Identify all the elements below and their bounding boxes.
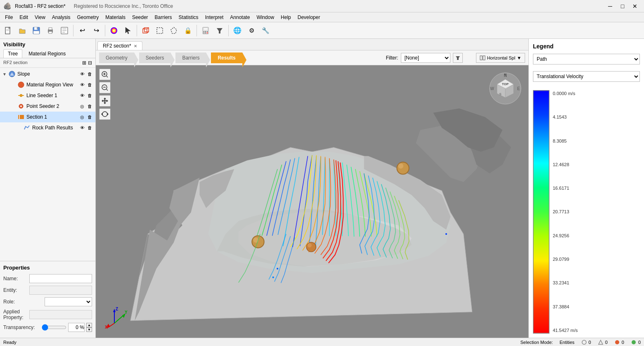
rock-path-visibility-btn[interactable]: 👁 [79,124,85,131]
line-seeder-delete-btn[interactable]: 🗑 [86,92,93,99]
material-region-delete-btn[interactable]: 🗑 [86,81,93,88]
menu-file[interactable]: File [2,12,16,22]
tree-item-point-seeder[interactable]: ▶ Point Seeder 2 ◎ 🗑 [0,101,95,112]
new-button[interactable] [2,24,15,37]
select-mode-button[interactable] [121,24,135,37]
tree-items: ▼ Slope 👁 🗑 ▶ Material Region View 👁 [0,68,95,165]
filter-options-btn[interactable] [453,53,463,63]
menu-view[interactable]: View [31,12,49,22]
gradient-label-8: 33.2341 [553,280,578,285]
filter-tool-button[interactable] [213,24,226,37]
viewport-tab-label: RF2 section* [103,43,131,49]
workflow-seeders[interactable]: Seeders [139,52,171,63]
role-select[interactable] [45,297,92,306]
svg-point-58 [306,242,316,252]
section1-delete-btn[interactable]: 🗑 [86,114,93,120]
transparency-up-btn[interactable]: ▲ [86,323,92,327]
menu-analysis[interactable]: Analysis [49,12,74,22]
menu-developer[interactable]: Developer [294,12,324,22]
undo-button[interactable]: ↩ [76,24,89,37]
horizontal-split-button[interactable]: Horizontal Spl ▼ [476,53,525,63]
menu-edit[interactable]: Edit [16,12,31,22]
workflow-barriers[interactable]: Barriers [175,52,206,63]
section1-visibility-btn[interactable]: ◎ [79,114,85,120]
properties-button[interactable] [58,24,71,37]
ready-label: Ready [3,340,17,345]
tree-item-material-region[interactable]: ▶ Material Region View 👁 🗑 [0,79,95,90]
point-seeder-visibility-btn[interactable]: ◎ [79,103,85,110]
viewport-tab-rf2[interactable]: RF2 section* ✕ [97,41,142,50]
tree-item-rock-path[interactable]: ▶ Rock Path Results 👁 🗑 [0,122,95,133]
color-button[interactable] [107,24,121,37]
calculator-button[interactable] [199,24,212,37]
menu-annotate[interactable]: Annotate [227,12,253,22]
menu-help[interactable]: Help [277,12,294,22]
tree-item-line-seeder[interactable]: ▶ Line Seeder 1 👁 🗑 [0,90,95,101]
tree-item-slope[interactable]: ▼ Slope 👁 🗑 [0,69,95,79]
filter-area: Filter: [None] Horizontal Spl ▼ [386,53,525,63]
menu-interpret[interactable]: Interpret [202,12,227,22]
visibility-tabs: Tree Material Regions [0,49,95,58]
line-seeder-visibility-btn[interactable]: 👁 [79,92,85,99]
zoom-out-button[interactable] [99,82,111,93]
gradient-label-10: 41.5427 m/s [553,328,578,333]
tab-tree[interactable]: Tree [3,49,22,58]
polygon-select-button[interactable] [167,24,180,37]
redo-button[interactable]: ↪ [90,24,103,37]
workflow-geometry[interactable]: Geometry [99,52,134,63]
3d-viewport[interactable]: N E W TOP S [96,65,528,338]
slope-expand-arrow[interactable]: ▼ [2,72,8,76]
gradient-container: 0.0000 m/s 4.1543 8.3085 12.4628 16.6171… [533,90,640,334]
filter-select[interactable]: [None] [401,53,450,63]
open-button[interactable] [16,24,29,37]
save-button[interactable] [30,24,43,37]
print-button[interactable] [44,24,57,37]
navigation-cube[interactable]: N E W TOP S [489,72,522,105]
tree-item-section1[interactable]: ▶ Section 1 ◎ 🗑 [0,112,95,122]
svg-rect-40 [18,115,24,119]
pan-button[interactable] [99,95,111,107]
globe-button[interactable]: 🌐 [231,24,244,37]
workflow-results[interactable]: Results [211,52,242,63]
3d-box-button[interactable] [139,24,152,37]
transparency-down-btn[interactable]: ▼ [86,327,92,332]
slope-delete-btn[interactable]: 🗑 [86,71,93,77]
box-select-button[interactable] [153,24,166,37]
menu-barriers[interactable]: Barriers [152,12,175,22]
menu-materials[interactable]: Materials [102,12,129,22]
menu-seeder[interactable]: Seeder [129,12,152,22]
rock-path-delete-btn[interactable]: 🗑 [86,124,93,131]
maximize-button[interactable]: □ [617,2,628,11]
entity-input[interactable] [29,286,92,295]
material-region-visibility-btn[interactable]: 👁 [79,81,85,88]
minimize-button[interactable]: ─ [604,2,616,11]
transparency-slider[interactable] [42,324,66,331]
wrench-button[interactable]: 🔧 [259,24,272,37]
svg-text:Z: Z [116,307,118,311]
expand-all-button[interactable]: ⊞ [82,60,86,66]
tab-material-regions[interactable]: Material Regions [24,49,70,58]
name-input[interactable] [29,274,92,283]
rotate-button[interactable] [99,108,111,120]
legend-value-select[interactable]: Translational Velocity Kinetic Energy An… [533,71,640,82]
menu-geometry[interactable]: Geometry [74,12,102,22]
svg-line-72 [107,89,108,91]
point-seeder-delete-btn[interactable]: 🗑 [86,103,93,110]
menu-statistics[interactable]: Statistics [175,12,202,22]
menu-window[interactable]: Window [253,12,277,22]
gear-button[interactable]: ⚙ [245,24,258,37]
zoom-in-button[interactable] [99,69,111,80]
lock-button[interactable]: 🔒 [181,24,194,37]
svg-rect-26 [204,28,208,30]
svg-line-90 [114,315,124,323]
svg-point-56 [397,162,409,174]
close-button[interactable]: ✕ [629,2,641,11]
legend-type-select[interactable]: Path Section [533,54,640,64]
svg-point-98 [615,340,619,344]
collapse-all-button[interactable]: ⊟ [88,60,92,66]
selection-mode-label: Selection Mode: [521,340,553,345]
slope-visibility-btn[interactable]: 👁 [79,71,85,77]
transparency-input[interactable] [68,323,85,332]
tab-close-btn[interactable]: ✕ [134,44,137,48]
svg-marker-97 [599,340,603,344]
